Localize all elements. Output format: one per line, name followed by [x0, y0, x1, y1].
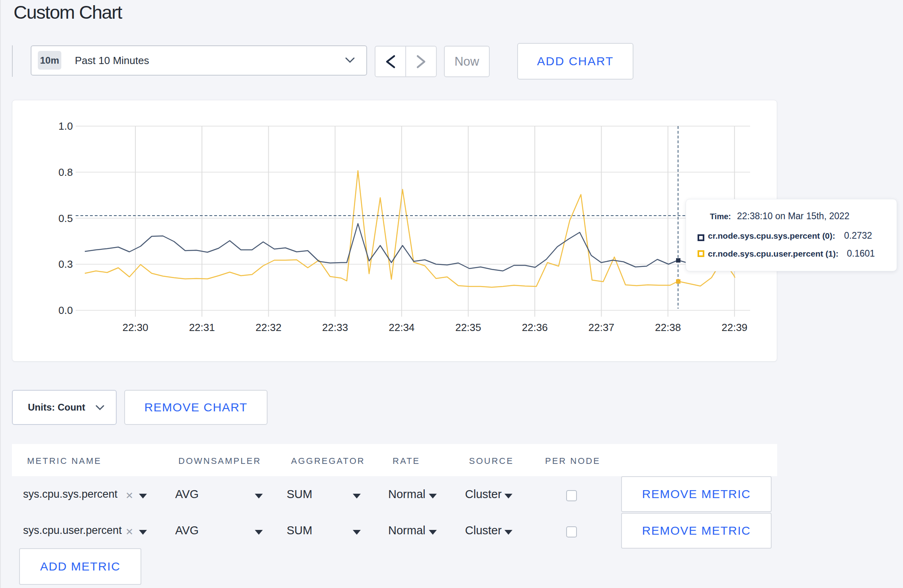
svg-text:22:37: 22:37 — [588, 321, 614, 333]
svg-text:22:34: 22:34 — [389, 321, 414, 333]
svg-text:22:39: 22:39 — [721, 321, 747, 333]
svg-text:0.0: 0.0 — [59, 304, 73, 316]
svg-text:22:35: 22:35 — [455, 321, 481, 333]
svg-text:22:38: 22:38 — [655, 321, 681, 333]
svg-text:22:31: 22:31 — [189, 321, 215, 333]
svg-text:22:36: 22:36 — [522, 321, 548, 333]
svg-text:1.0: 1.0 — [59, 120, 73, 132]
svg-text:22:32: 22:32 — [256, 321, 281, 333]
svg-text:22:33: 22:33 — [322, 321, 348, 333]
svg-text:0.8: 0.8 — [59, 166, 73, 178]
svg-text:22:30: 22:30 — [122, 321, 148, 333]
svg-text:0.3: 0.3 — [59, 258, 73, 270]
svg-text:0.5: 0.5 — [59, 212, 73, 224]
